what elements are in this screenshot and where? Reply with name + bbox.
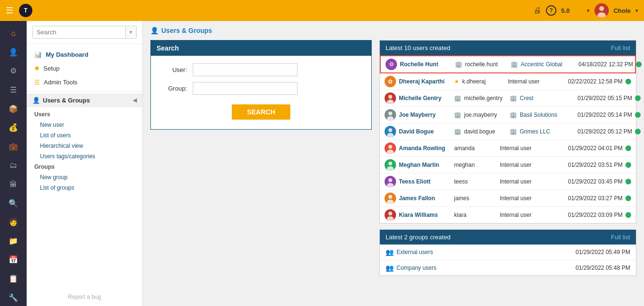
company-building-icon: 🏢 [510,128,517,135]
help-icon[interactable]: ? [546,5,556,16]
user-company[interactable]: Crest [520,95,572,102]
sidebar-item-hierarchical[interactable]: Hierarchical view [27,141,142,151]
setup-icon: ✱ [34,65,40,72]
content-split: Search User: Group: SEARCH [150,40,636,276]
group-date: 01/29/2022 05:48 PM [575,265,630,271]
hamburger-icon[interactable]: ☰ [6,5,13,16]
svg-point-23 [388,178,392,182]
group-name-link[interactable]: Company users [396,265,436,271]
group-input[interactable] [193,82,297,95]
status-dot [625,79,631,84]
user-label: User: [159,66,187,73]
user-name-link[interactable]: Joe Mayberry [399,112,451,118]
sidebar-icon-list[interactable]: ☰ [4,82,23,99]
user-company[interactable]: Accentric Global [521,61,573,68]
user-date: 01/29/2022 05:15 PM [575,95,632,102]
user-login: michelle.gentry [464,95,507,102]
sidebar-icon-calendar[interactable]: 📅 [4,251,23,268]
groups-full-list-link[interactable]: Full list [611,234,630,241]
sidebar-icon-wrench[interactable]: 🔧 [4,289,23,306]
topbar-right: 🖨 ? 5.0 ★ ▾ Chole ▾ [534,3,638,18]
report-bug[interactable]: Report a bug [27,288,142,306]
user-name-link[interactable]: Kiara Williams [399,212,451,218]
user-name-link[interactable]: Amanda Rowling [399,145,451,152]
user-name-link[interactable]: Meghan Martin [399,162,451,168]
group-name-link[interactable]: External users [396,249,433,255]
avatar: ✿ [385,76,396,87]
sidebar-item-list-users[interactable]: List of users [27,130,142,141]
sidebar-icon-building[interactable]: 🏛 [4,176,23,193]
user-name-link[interactable]: James Fallon [399,195,451,202]
users-full-list-link[interactable]: Full list [611,44,630,51]
group-icon: 👥 [386,264,394,272]
search-button[interactable]: SEARCH [232,104,290,120]
users-table-title: Latest 10 users created [386,44,450,51]
avatar[interactable] [594,3,609,18]
user-name-link[interactable]: Rochelle Hunt [400,61,452,68]
building-icon: 🏢 [454,112,461,118]
user-login: rochelle.hunt [465,61,508,68]
sidebar-icon-home[interactable]: ⌂ [4,25,23,42]
avatar [385,159,396,171]
sidebar-item-list-groups[interactable]: List of groups [27,183,142,193]
breadcrumb-link[interactable]: Users & Groups [161,27,212,34]
nav-item-setup[interactable]: ✱ Setup [27,61,142,75]
sidebar-icon-person[interactable]: 🧑 [4,214,23,231]
users-groups-section-header[interactable]: 👤 Users & Groups ◀ [27,93,142,107]
sidebar-icon-list2[interactable]: 📋 [4,270,23,287]
sidebar-icon-gear[interactable]: ⚙ [4,62,23,80]
star-icon: ★ [454,78,459,85]
table-row: James FallonjamesInternal user01/29/2022… [380,190,636,207]
svg-point-17 [388,145,392,149]
user-company: Internal user [500,162,552,168]
user-chevron-icon[interactable]: ▾ [635,8,638,14]
breadcrumb-icon: 👤 [150,27,159,34]
sidebar-icon-briefcase[interactable]: 💼 [4,138,23,155]
svg-point-8 [388,95,392,99]
sidebar-icon-coin[interactable]: 💰 [4,119,23,136]
user-name-link[interactable]: Dheeraj Kaparthi [399,78,451,85]
sidebar-icon-stack[interactable]: 🗂 [4,157,23,174]
groups-sub-header: Groups [27,162,142,172]
users-table-card: Latest 10 users created Full list ⚙Roche… [379,40,636,224]
user-name-link[interactable]: Michelle Gentry [399,95,451,102]
collapse-icon[interactable]: ◀ [133,97,137,103]
star-icon[interactable]: ★ [575,5,582,16]
sidebar-icon-search[interactable]: 🔍 [4,194,23,212]
nav-item-dashboard[interactable]: 📊 My Dashboard [27,48,142,61]
table-row: ⚙Rochelle Hunt🏢rochelle.hunt🏢Accentric G… [380,55,636,73]
chevron-down-icon[interactable]: ▾ [587,8,590,14]
sidebar-item-new-user[interactable]: New user [27,120,142,130]
avatar [385,109,396,121]
sidebar-item-user-tags[interactable]: Users tags/categories [27,151,142,162]
search-dropdown-icon[interactable]: ▾ [125,27,136,38]
user-name-link[interactable]: Teess Eliott [399,178,451,185]
admin-label: Admin Tools [44,79,78,86]
sidebar-icon-box[interactable]: 📦 [4,100,23,117]
print-icon[interactable]: 🖨 [534,6,541,15]
table-row: Kiara WilliamskiaraInternal user01/29/20… [380,207,636,223]
user-input[interactable] [193,63,297,76]
sidebar-item-new-group[interactable]: New group [27,172,142,183]
nav-menu: 📊 My Dashboard ✱ Setup ☰ Admin Tools 👤 U… [27,44,142,199]
building-icon: 🏢 [454,128,461,135]
building-icon: 🏢 [455,61,462,68]
search-input[interactable] [33,26,125,38]
user-login: david.bogue [464,128,507,135]
form-row-group: Group: [159,82,364,95]
user-date: 01/29/2022 03:27 PM [555,195,623,202]
sidebar-icon-folder[interactable]: 📁 [4,233,23,250]
status-dot [625,195,631,201]
sidebar-icon-user[interactable]: 👤 [4,44,23,61]
table-row: Teess EliottteessInternal user01/29/2022… [380,173,636,190]
user-company[interactable]: Basil Solutions [520,112,572,118]
user-company: Internal user [500,178,552,185]
status-dot [625,212,631,218]
user-name-link[interactable]: David Bogue [399,128,451,135]
user-company[interactable]: Grimes LLC [520,128,572,135]
nav-item-admin[interactable]: ☰ Admin Tools [27,75,142,89]
avatar [385,126,396,137]
avatar: ⚙ [386,59,397,70]
user-date: 01/29/2022 04:01 PM [555,145,623,152]
svg-text:⚙: ⚙ [389,61,394,68]
